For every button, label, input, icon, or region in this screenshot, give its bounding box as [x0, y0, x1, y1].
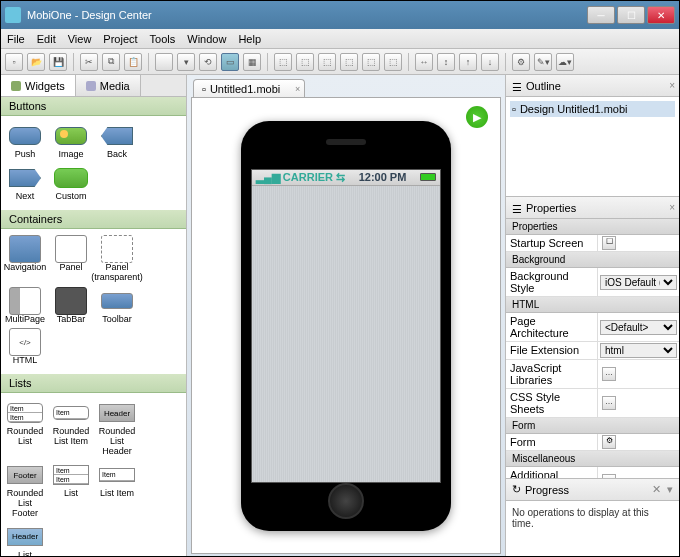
widget-toolbar[interactable]: Toolbar [95, 287, 139, 327]
outline-header[interactable]: ☰ Outline × [506, 75, 679, 97]
css-btn[interactable]: … [602, 396, 616, 410]
maximize-button[interactable]: ☐ [617, 6, 645, 24]
clock: 12:00 PM [359, 171, 407, 183]
minimize-button[interactable]: ─ [587, 6, 615, 24]
canvas[interactable]: ▶ ▂▄▆ CARRIER ⇆ 12:00 PM [191, 97, 501, 554]
phone-frame: ▂▄▆ CARRIER ⇆ 12:00 PM [241, 121, 451, 531]
paste-icon[interactable]: 📋 [124, 53, 142, 71]
close-tab-icon[interactable]: × [295, 84, 300, 94]
grid-icon[interactable]: ▦ [243, 53, 261, 71]
menu-view[interactable]: View [68, 33, 92, 45]
align-mid-icon[interactable]: ⬚ [362, 53, 380, 71]
signal-icon: ▂▄▆ CARRIER ⇆ [256, 171, 345, 184]
outline-item[interactable]: ▫ Design Untitled1.mobi [510, 101, 675, 117]
dist-v-icon[interactable]: ↕ [437, 53, 455, 71]
section-containers[interactable]: Containers [1, 210, 186, 229]
menubar: File Edit View Project Tools Window Help [1, 29, 679, 49]
progress-icon: ↻ [512, 483, 521, 496]
save-icon[interactable]: 💾 [49, 53, 67, 71]
apple-icon[interactable] [155, 53, 173, 71]
design-canvas-area: ▫ Untitled1.mobi × ▶ ▂▄▆ CARRIER ⇆ 12:00… [187, 75, 505, 557]
outline-tree[interactable]: ▫ Design Untitled1.mobi [506, 97, 679, 197]
window-title: MobiOne - Design Center [27, 9, 587, 21]
section-buttons[interactable]: Buttons [1, 97, 186, 116]
wand-icon[interactable]: ✎▾ [534, 53, 552, 71]
widget-panel-transparent[interactable]: Panel (transparent) [95, 235, 139, 285]
align-top-icon[interactable]: ⬚ [340, 53, 358, 71]
widget-list-header[interactable]: HeaderList Header [3, 523, 47, 557]
widget-custom[interactable]: Custom [49, 164, 93, 204]
widget-multipage[interactable]: MultiPage [3, 287, 47, 327]
progress-header[interactable]: ↻ Progress ✕▾ [506, 479, 679, 501]
dist-h-icon[interactable]: ↔ [415, 53, 433, 71]
menu-edit[interactable]: Edit [37, 33, 56, 45]
tool-icon[interactable]: ▾ [667, 483, 673, 496]
main-toolbar: ▫ 📂 💾 ✂ ⧉ 📋 ▾ ⟲ ▭ ▦ ⬚ ⬚ ⬚ ⬚ ⬚ ⬚ ↔ ↕ ↑ ↓ … [1, 49, 679, 75]
widget-rounded-list-footer[interactable]: FooterRounded List Footer [3, 461, 47, 521]
doc-name: Untitled1.mobi [210, 83, 280, 95]
play-button[interactable]: ▶ [466, 106, 488, 128]
widget-rounded-list-item[interactable]: ItemRounded List Item [49, 399, 93, 459]
menu-window[interactable]: Window [187, 33, 226, 45]
widget-panel[interactable]: Panel [49, 235, 93, 285]
right-panel: ☰ Outline × ▫ Design Untitled1.mobi ☰ Pr… [505, 75, 679, 557]
properties-header[interactable]: ☰ Properties × [506, 197, 679, 219]
doc-icon: ▫ [202, 83, 206, 95]
menu-help[interactable]: Help [238, 33, 261, 45]
link-icon[interactable]: ⟲ [199, 53, 217, 71]
properties-grid: Properties Startup Screen☐ Background Ba… [506, 219, 679, 478]
file-ext-select[interactable]: html [600, 343, 677, 358]
align-bot-icon[interactable]: ⬚ [384, 53, 402, 71]
widget-image[interactable]: Image [49, 122, 93, 162]
progress-message: No operations to display at this time. [506, 501, 679, 535]
menu-tools[interactable]: Tools [150, 33, 176, 45]
progress-panel: ↻ Progress ✕▾ No operations to display a… [506, 478, 679, 557]
outline-icon: ☰ [512, 81, 522, 91]
back-icon[interactable]: ↓ [481, 53, 499, 71]
tool-icon[interactable]: ✕ [652, 483, 661, 496]
form-btn[interactable]: ⚙ [602, 435, 616, 449]
phone-screen[interactable]: ▂▄▆ CARRIER ⇆ 12:00 PM [251, 169, 441, 483]
device-icon[interactable]: ▾ [177, 53, 195, 71]
tab-media[interactable]: Media [76, 75, 141, 96]
close-button[interactable]: ✕ [647, 6, 675, 24]
align-right-icon[interactable]: ⬚ [318, 53, 336, 71]
close-icon[interactable]: × [669, 202, 675, 213]
gear-icon[interactable]: ⚙ [512, 53, 530, 71]
menu-project[interactable]: Project [103, 33, 137, 45]
widget-next[interactable]: Next [3, 164, 47, 204]
section-lists[interactable]: Lists [1, 374, 186, 393]
widget-tabbar[interactable]: TabBar [49, 287, 93, 327]
widget-list[interactable]: ItemItemList [49, 461, 93, 521]
widgets-panel: Widgets Media Buttons Push Image Back Ne… [1, 75, 187, 557]
widget-rounded-list-header[interactable]: HeaderRounded List Header [95, 399, 139, 459]
widget-push[interactable]: Push [3, 122, 47, 162]
jslibs-btn[interactable]: … [602, 367, 616, 381]
open-icon[interactable]: 📂 [27, 53, 45, 71]
copy-icon[interactable]: ⧉ [102, 53, 120, 71]
page-arch-select[interactable]: <Default> [600, 320, 677, 335]
page-icon: ▫ [512, 103, 516, 115]
menu-file[interactable]: File [7, 33, 25, 45]
new-icon[interactable]: ▫ [5, 53, 23, 71]
app-icon [5, 7, 21, 23]
widget-html[interactable]: </>HTML [3, 328, 47, 368]
widget-list-item[interactable]: ItemList Item [95, 461, 139, 521]
cut-icon[interactable]: ✂ [80, 53, 98, 71]
bg-style-select[interactable]: iOS Default (strip... [600, 275, 677, 290]
widget-back[interactable]: Back [95, 122, 139, 162]
widget-navigation[interactable]: Navigation [3, 235, 47, 285]
close-icon[interactable]: × [669, 80, 675, 91]
widget-rounded-list[interactable]: ItemItemRounded List [3, 399, 47, 459]
mode-icon[interactable]: ▭ [221, 53, 239, 71]
front-icon[interactable]: ↑ [459, 53, 477, 71]
document-tab[interactable]: ▫ Untitled1.mobi × [193, 79, 305, 97]
titlebar: MobiOne - Design Center ─ ☐ ✕ [1, 1, 679, 29]
status-bar: ▂▄▆ CARRIER ⇆ 12:00 PM [252, 170, 440, 186]
battery-icon [420, 173, 436, 181]
align-center-icon[interactable]: ⬚ [296, 53, 314, 71]
align-left-icon[interactable]: ⬚ [274, 53, 292, 71]
cloud-icon[interactable]: ☁▾ [556, 53, 574, 71]
startup-btn[interactable]: ☐ [602, 236, 616, 250]
tab-widgets[interactable]: Widgets [1, 75, 76, 96]
